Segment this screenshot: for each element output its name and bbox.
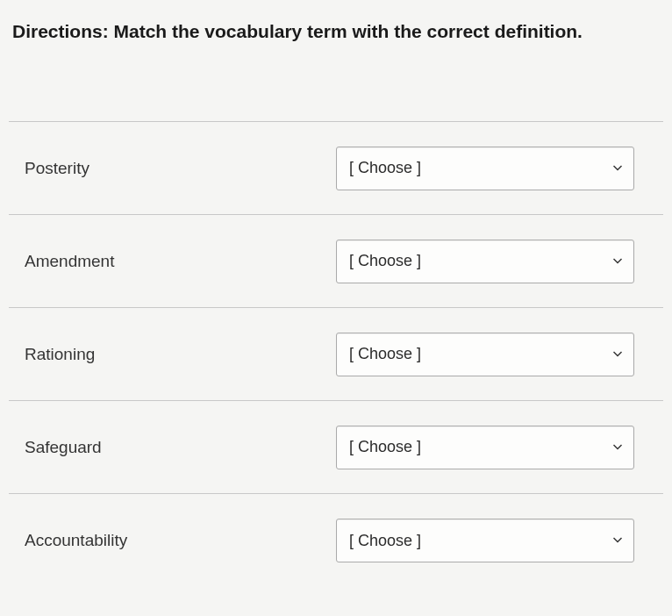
definition-dropdown[interactable]: [ Choose ] [336, 519, 634, 562]
definition-dropdown[interactable]: [ Choose ] [336, 147, 634, 190]
term-label: Safeguard [25, 438, 336, 457]
chevron-down-icon [612, 535, 623, 546]
match-table: Posterity [ Choose ] Amendment [ Choose … [9, 121, 663, 587]
chevron-down-icon [612, 349, 623, 360]
definition-dropdown[interactable]: [ Choose ] [336, 240, 634, 283]
chevron-down-icon [612, 442, 623, 453]
dropdown-placeholder: [ Choose ] [349, 159, 421, 177]
definition-dropdown[interactable]: [ Choose ] [336, 426, 634, 469]
select-cell: [ Choose ] [336, 519, 647, 562]
select-cell: [ Choose ] [336, 426, 647, 469]
match-row: Accountability [ Choose ] [9, 494, 663, 587]
directions-heading: Directions: Match the vocabulary term wi… [9, 21, 663, 42]
term-label: Amendment [25, 252, 336, 271]
term-label: Accountability [25, 531, 336, 550]
match-row: Posterity [ Choose ] [9, 122, 663, 215]
dropdown-placeholder: [ Choose ] [349, 252, 421, 270]
dropdown-placeholder: [ Choose ] [349, 532, 421, 550]
match-row: Amendment [ Choose ] [9, 215, 663, 308]
definition-dropdown[interactable]: [ Choose ] [336, 333, 634, 376]
term-label: Posterity [25, 159, 336, 178]
match-row: Rationing [ Choose ] [9, 308, 663, 401]
dropdown-placeholder: [ Choose ] [349, 438, 421, 456]
select-cell: [ Choose ] [336, 240, 647, 283]
chevron-down-icon [612, 163, 623, 174]
chevron-down-icon [612, 256, 623, 267]
dropdown-placeholder: [ Choose ] [349, 345, 421, 363]
select-cell: [ Choose ] [336, 147, 647, 190]
select-cell: [ Choose ] [336, 333, 647, 376]
term-label: Rationing [25, 345, 336, 364]
match-row: Safeguard [ Choose ] [9, 401, 663, 494]
